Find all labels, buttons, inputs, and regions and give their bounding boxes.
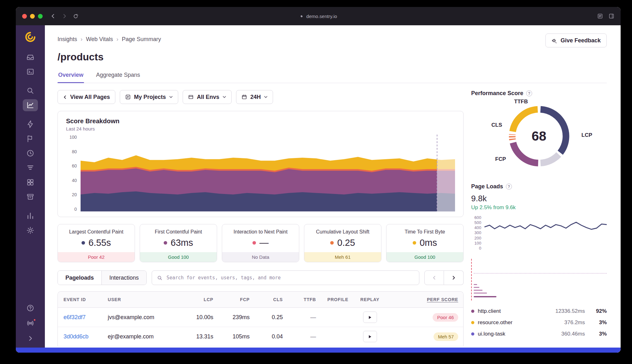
profile-cell [322,327,352,346]
sidebar-item-explore[interactable] [23,66,38,78]
overview-right-column: Performance Score ? 68 TTFB CLS FCP LCP … [471,90,607,353]
sidebar-collapse-button[interactable] [23,332,38,344]
minimize-window-button[interactable] [30,14,35,19]
column-header-profile[interactable]: PROFILE [322,292,352,308]
sidebar-item-insights[interactable] [23,99,38,111]
interactions-segment[interactable]: Interactions [101,271,146,285]
event-id-link[interactable]: 3d0dd6cb [64,333,88,340]
vital-card-inp[interactable]: Interaction to Next Paint — No Data [222,224,299,262]
list-item[interactable]: resource.other 376.2ms 3% [471,317,607,328]
performance-score-value: 68 [532,129,546,144]
flamegraph-icon [26,164,34,172]
tab-aggregate-spans[interactable]: Aggregate Spans [95,72,141,83]
samples-table: EVENT ID USER LCP FCP CLS TTFB PROFILE R… [58,292,464,346]
grid-icon [26,178,34,186]
close-window-button[interactable] [22,14,27,19]
column-header-event-id[interactable]: EVENT ID [58,292,102,308]
browser-titlebar: demo.sentry.io [16,7,621,25]
vital-card-cls[interactable]: Cumulative Layout Shift 0.25 Meh 61 [304,224,381,262]
reload-icon[interactable] [73,14,78,19]
status-badge: Meh 61 [304,252,381,262]
previous-page-button[interactable] [424,270,444,285]
table-row: e6f32df7 jvs@example.com 10.00s 239ms 0.… [58,308,464,327]
column-header-user[interactable]: USER [102,292,183,308]
column-header-lcp[interactable]: LCP [183,292,219,308]
vital-card-fcp[interactable]: First Contentful Paint 63ms Good 100 [140,224,217,262]
megaphone-icon [551,38,557,44]
tab-overview[interactable]: Overview [58,72,84,83]
bar-chart-icon [26,212,34,220]
breadcrumb-item-web-vitals[interactable]: Web Vitals [86,36,113,43]
sidebar-item-dashboards[interactable] [23,176,38,188]
ring-label-ttfb: TTFB [514,99,528,105]
sidebar-item-stats[interactable] [23,210,38,222]
breadcrumb: Insights › Web Vitals › Page Summary [58,33,161,43]
status-badge: Good 100 [386,252,463,262]
breadcrumb-item-insights[interactable]: Insights [58,36,77,43]
page-title: /products [58,51,607,63]
user-cell: jvs@example.com [102,308,183,327]
issues-icon [26,53,34,61]
sidebar-item-replays[interactable] [23,147,38,159]
sidebar-item-performance[interactable] [23,118,38,130]
user-cell: ejr@example.com [102,327,183,346]
sidebar-item-settings[interactable] [23,224,38,236]
back-icon[interactable] [50,13,56,19]
lcp-dot [82,241,85,245]
chevron-right-icon: › [81,36,82,43]
list-item[interactable]: http.client 12336.52ms 92% [471,306,607,317]
inp-dot [252,241,256,245]
date-range-dropdown[interactable]: 24H [236,90,273,104]
status-badge: No Data [222,252,299,262]
view-all-pages-button[interactable]: View All Pages [58,90,115,104]
give-feedback-button[interactable]: Give Feedback [545,33,607,47]
column-header-cls[interactable]: CLS [255,292,289,308]
address-bar[interactable]: demo.sentry.io [299,14,337,19]
lightning-icon [26,120,34,128]
forward-icon[interactable] [62,13,67,19]
pagination [424,270,464,285]
next-page-button[interactable] [444,270,464,285]
vital-card-lcp[interactable]: Largest Contentful Paint 6.55s Poor 42 [58,224,135,262]
question-mark-icon[interactable]: ? [526,90,532,96]
sidebar-item-whats-new[interactable] [23,317,38,329]
replay-play-button[interactable] [363,331,377,342]
sidebar-item-search[interactable] [23,85,38,97]
sidebar-item-feedback[interactable] [23,133,38,145]
page-loads-chart [484,215,607,251]
search-input[interactable] [167,275,414,281]
main-content: Insights › Web Vitals › Page Summary Giv… [45,25,621,353]
span-op-dot [471,321,474,324]
archive-box-icon [26,193,34,201]
span-op-dot [471,332,474,336]
status-badge: Good 100 [140,252,217,262]
sidebar-item-issues[interactable] [23,51,38,63]
replay-play-button[interactable] [363,312,377,323]
sidebar-item-help[interactable] [23,302,38,314]
dotted-guide-line [474,273,607,274]
sidebar-item-profiling[interactable] [23,162,38,174]
status-badge: Poor 42 [58,252,135,262]
ring-label-lcp: LCP [581,132,592,138]
chevron-down-icon [169,95,173,99]
projects-filter-dropdown[interactable]: My Projects [120,90,178,104]
column-header-ttfb[interactable]: TTFB [289,292,322,308]
vital-card-ttfb[interactable]: Time To First Byte 0ms Good 100 [386,224,464,262]
column-header-perf-score[interactable]: PERF SCORE [388,292,464,308]
score-chart-y-axis: 100 80 60 40 20 0 [66,135,81,212]
column-header-fcp[interactable]: FCP [219,292,255,308]
list-item[interactable]: ui.long-task 360.46ms 3% [471,328,607,340]
event-id-link[interactable]: e6f32df7 [64,314,86,320]
reader-view-icon[interactable] [597,13,603,19]
column-header-replay[interactable]: REPLAY [352,292,388,308]
sidebar-item-releases[interactable] [23,191,38,203]
page-loads-heading: Page Loads ? [471,183,607,190]
environment-filter-dropdown[interactable]: All Envs [183,90,232,104]
web-vitals-cards: Largest Contentful Paint 6.55s Poor 42 F… [58,224,464,262]
question-mark-icon[interactable]: ? [506,184,512,190]
sidebar-toggle-icon[interactable] [609,13,614,19]
zoom-window-button[interactable] [38,14,43,19]
span-duration-minimap [471,259,607,300]
sentry-logo[interactable] [23,30,38,44]
pageloads-segment[interactable]: Pageloads [58,271,101,285]
